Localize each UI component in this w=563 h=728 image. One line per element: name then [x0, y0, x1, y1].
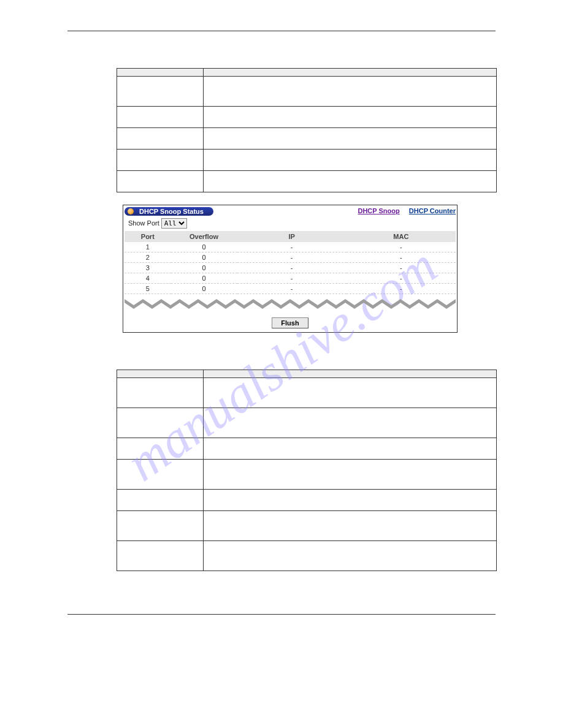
table-row — [117, 378, 497, 408]
table-row — [117, 408, 497, 438]
table-row: 50-- — [124, 284, 456, 294]
torn-paper-icon — [124, 294, 456, 313]
table-row: 30-- — [124, 263, 456, 273]
table-1 — [117, 68, 497, 192]
table-row — [117, 541, 497, 571]
top-links: DHCP Snoop DHCP Counter — [350, 207, 456, 214]
status-table: Port Overflow IP MAC 10--20--30--40--50-… — [124, 231, 456, 294]
t2-header-label — [117, 370, 204, 378]
st-col-overflow: Overflow — [171, 231, 237, 242]
table-row — [117, 511, 497, 541]
title-pill-text: DHCP Snoop Status — [139, 208, 204, 215]
table-row: 10-- — [124, 242, 456, 252]
t1-header-desc — [204, 69, 497, 77]
footer-rule — [67, 614, 496, 615]
link-dhcp-counter[interactable]: DHCP Counter — [409, 207, 456, 214]
t1-header-label — [117, 69, 204, 77]
st-col-port: Port — [124, 231, 171, 242]
header-rule — [67, 31, 496, 31]
st-col-ip: IP — [237, 231, 347, 242]
table-row: 40-- — [124, 273, 456, 284]
table-row — [117, 171, 497, 192]
table-row — [117, 107, 497, 128]
show-port-select[interactable]: All — [161, 218, 187, 229]
title-pill-dot-icon — [128, 208, 134, 214]
table-row — [117, 150, 497, 171]
table-row — [117, 490, 497, 511]
t2-header-desc — [204, 370, 497, 378]
table-row: 20-- — [124, 252, 456, 263]
st-col-mac: MAC — [347, 231, 456, 242]
flush-button[interactable]: Flush — [272, 317, 308, 328]
title-pill: DHCP Snoop Status — [124, 207, 213, 216]
table-row — [117, 438, 497, 460]
table-2 — [117, 370, 497, 571]
dhcp-snoop-status-screenshot: DHCP Snoop DHCP Counter DHCP Snoop Statu… — [123, 205, 458, 333]
table-row — [117, 460, 497, 490]
table-row — [117, 128, 497, 150]
link-dhcp-snoop[interactable]: DHCP Snoop — [358, 207, 399, 214]
show-port-label: Show Port — [128, 219, 159, 227]
table-row — [117, 77, 497, 107]
